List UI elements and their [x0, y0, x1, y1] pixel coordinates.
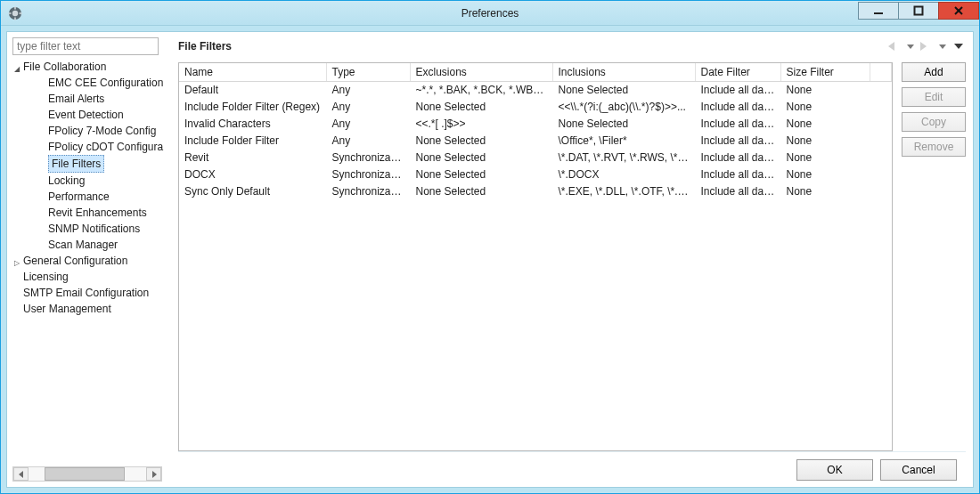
cell-inc	[552, 318, 695, 335]
tree-item[interactable]: Email Alerts	[12, 91, 167, 107]
tree-item-label: Revit Enhancements	[48, 207, 147, 219]
table-row[interactable]: DOCXSynchronizatio...None Selected\*.DOC…	[179, 166, 892, 182]
dialog-footer: OK Cancel	[178, 451, 966, 487]
cell-exc	[410, 368, 552, 385]
forward-arrow-icon[interactable]	[919, 39, 934, 53]
edit-button[interactable]: Edit	[902, 87, 966, 107]
col-name[interactable]: Name	[179, 63, 326, 81]
cell-size	[780, 199, 870, 216]
tree-item-label: SNMP Notifications	[48, 223, 140, 235]
tree-item[interactable]: SMTP Email Configuration	[12, 285, 167, 301]
tree-item[interactable]: Locking	[12, 173, 167, 189]
scroll-thumb[interactable]	[45, 467, 125, 481]
table-row[interactable]: RevitSynchronizatio...None Selected\*.DA…	[179, 149, 892, 166]
add-button[interactable]: Add	[902, 62, 966, 82]
cell-inc	[552, 267, 695, 284]
cell-name: Default	[179, 81, 326, 98]
table-row[interactable]: Include Folder Filter (Regex)AnyNone Sel…	[179, 98, 892, 115]
tree-item-label: Email Alerts	[48, 93, 104, 105]
cell-name	[179, 250, 326, 267]
tree-item[interactable]: ◢File Collaboration	[12, 59, 167, 75]
cell-name	[179, 385, 326, 402]
cell-pad	[870, 385, 892, 402]
tree-item[interactable]: ▷General Configuration	[12, 253, 167, 269]
tree-item[interactable]: Event Detection	[12, 107, 167, 123]
cell-name	[179, 301, 326, 318]
cell-inc: <<\\.*(?i:(_abc)(\\.*)?$)>>...	[552, 98, 695, 115]
table-row[interactable]: Sync Only DefaultSynchronizatio...None S…	[179, 182, 892, 199]
table-row[interactable]: DefaultAny~*.*, *.BAK, *.BCK, *.WBK, ...…	[179, 81, 892, 98]
cell-pad	[870, 419, 892, 436]
tree-item[interactable]: Performance	[12, 189, 167, 205]
svg-marker-16	[954, 44, 963, 49]
cell-type	[326, 419, 410, 436]
cell-size	[780, 335, 870, 352]
svg-marker-12	[888, 42, 894, 51]
col-date-filter[interactable]: Date Filter	[695, 63, 780, 81]
cell-date	[695, 301, 780, 318]
cell-name: Invalid Characters	[179, 115, 326, 132]
cell-pad	[870, 402, 892, 419]
table-row[interactable]: Include Folder FilterAnyNone Selected\Of…	[179, 132, 892, 149]
svg-rect-6	[874, 12, 883, 14]
cell-type: Synchronizatio...	[326, 166, 410, 182]
filters-table[interactable]: Name Type Exclusions Inclusions Date Fil…	[178, 62, 893, 451]
cell-type	[326, 402, 410, 419]
cell-date: Include all dates	[695, 166, 780, 182]
tree-item[interactable]: Revit Enhancements	[12, 205, 167, 221]
cell-size	[780, 419, 870, 436]
filter-input[interactable]	[12, 37, 159, 55]
col-size-filter[interactable]: Size Filter	[780, 63, 870, 81]
page-title: File Filters	[178, 40, 232, 53]
view-menu-icon[interactable]	[951, 39, 966, 53]
tree-item-label: General Configuration	[23, 255, 127, 267]
tree-item[interactable]: File Filters	[12, 155, 167, 173]
back-arrow-icon[interactable]	[887, 39, 902, 53]
cell-name	[179, 284, 326, 301]
cell-inc	[552, 352, 695, 368]
minimize-button[interactable]	[858, 2, 899, 20]
scroll-track[interactable]	[29, 467, 146, 481]
table-row[interactable]: Invalid CharactersAny<<.*[ .]$>>None Sel…	[179, 115, 892, 132]
tree-item[interactable]: Licensing	[12, 269, 167, 285]
back-dropdown-icon[interactable]	[903, 39, 918, 53]
tree-item[interactable]: SNMP Notifications	[12, 221, 167, 237]
cell-pad	[870, 132, 892, 149]
cell-date	[695, 335, 780, 352]
copy-button[interactable]: Copy	[902, 112, 966, 132]
tree-item[interactable]: Scan Manager	[12, 237, 167, 253]
tree-item[interactable]: EMC CEE Configuration	[12, 75, 167, 91]
cell-name	[179, 368, 326, 385]
cell-size	[780, 250, 870, 267]
col-type[interactable]: Type	[326, 63, 410, 81]
tree-item-label: FPolicy 7-Mode Config	[48, 125, 156, 137]
cell-size	[780, 352, 870, 368]
cell-date	[695, 216, 780, 233]
close-button[interactable]	[938, 2, 979, 20]
cell-exc: <<.*[ .]$>>	[410, 115, 552, 132]
cell-pad	[870, 182, 892, 199]
table-row	[179, 368, 892, 385]
tree-item[interactable]: User Management	[12, 301, 167, 317]
tree-hscrollbar[interactable]	[12, 466, 162, 482]
cell-type	[326, 267, 410, 284]
svg-rect-4	[9, 12, 12, 14]
cell-size: None	[780, 115, 870, 132]
ok-button[interactable]: OK	[796, 459, 873, 481]
cell-size	[780, 301, 870, 318]
cell-pad	[870, 318, 892, 335]
forward-dropdown-icon[interactable]	[935, 39, 950, 53]
scroll-right-icon[interactable]	[146, 467, 161, 481]
nav-tree[interactable]: ◢File CollaborationEMC CEE Configuration…	[12, 59, 167, 317]
tree-item[interactable]: FPolicy cDOT Configura	[12, 139, 167, 155]
cell-inc	[552, 419, 695, 436]
col-inclusions[interactable]: Inclusions	[552, 63, 695, 81]
preferences-window: Preferences ◢File CollaborationEMC CEE C…	[0, 0, 980, 494]
tree-item[interactable]: FPolicy 7-Mode Config	[12, 123, 167, 139]
cell-exc: None Selected	[410, 182, 552, 199]
cancel-button[interactable]: Cancel	[880, 459, 957, 481]
col-exclusions[interactable]: Exclusions	[410, 63, 552, 81]
remove-button[interactable]: Remove	[902, 137, 966, 157]
scroll-left-icon[interactable]	[13, 467, 29, 481]
maximize-button[interactable]	[898, 2, 939, 20]
